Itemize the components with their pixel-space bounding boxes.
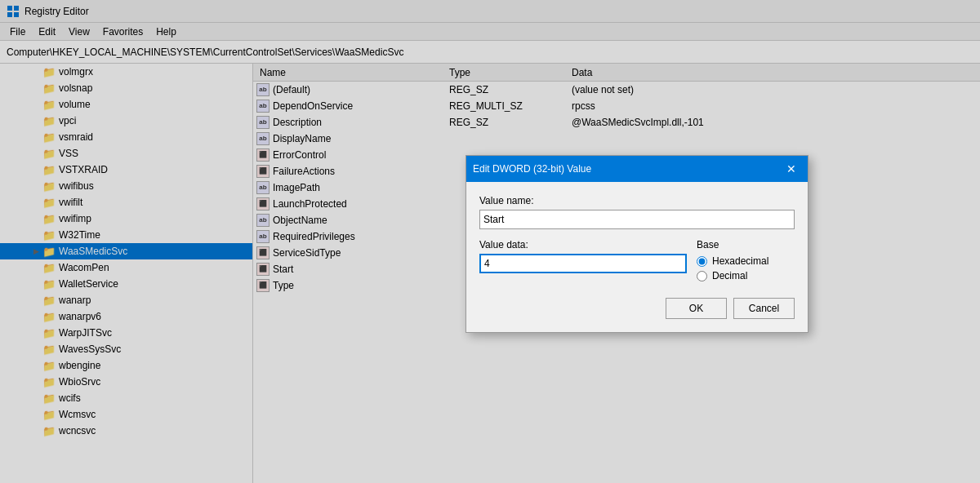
folder-icon: 📁 [42,148,56,160]
tree-label: WbioSrvc [59,376,100,388]
tree-item[interactable]: 📁VSTXRAID [0,162,252,178]
value-name-text: DisplayName [273,133,331,144]
folder-icon: 📁 [42,295,56,307]
table-row[interactable]: abDisplayName [253,131,980,147]
tree-item[interactable]: 📁VSS [0,145,252,162]
tree-expander [29,212,42,225]
tree-expander [29,424,42,437]
value-name-text: FailureActions [273,166,335,177]
tree-item[interactable]: 📁wcncsvc [0,423,252,439]
radio-hexadecimal[interactable]: Hexadecimal [697,255,795,267]
tree-item[interactable]: 📁WavesSysSvc [0,341,252,357]
tree-expander[interactable]: ▶ [29,245,42,258]
tree-label: volsnap [59,82,92,94]
tree-label: wcifs [59,392,81,404]
tree-item[interactable]: 📁WarpJITSvc [0,325,252,341]
tree-item[interactable]: 📁wbengine [0,357,252,374]
tree-panel[interactable]: 📁volmgrx📁volsnap📁volume📁vpci📁vsmraid📁VSS… [0,64,253,483]
cancel-button[interactable]: Cancel [733,298,795,319]
menu-help[interactable]: Help [149,24,183,39]
modal-close-button[interactable]: ✕ [782,159,801,179]
registry-icon: ab [256,132,270,145]
tree-item[interactable]: 📁vwifibus [0,178,252,194]
value-name-cell: abDescription [253,116,449,129]
tree-item[interactable]: 📁W32Time [0,227,252,243]
registry-icon: ab [256,100,270,113]
tree-item[interactable]: 📁Wcmsvc [0,406,252,423]
value-type-cell: REG_MULTI_SZ [449,100,572,112]
table-row[interactable]: abDependOnServiceREG_MULTI_SZrpcss [253,98,980,114]
menu-file[interactable]: File [3,24,32,39]
tree-expander [29,392,42,405]
address-path: Computer\HKEY_LOCAL_MACHINE\SYSTEM\Curre… [7,47,403,58]
tree-expander [29,147,42,160]
value-name-cell: abDependOnService [253,100,449,113]
tree-label: wcncsvc [59,425,96,436]
tree-expander [29,408,42,421]
radio-decimal[interactable]: Decimal [697,270,795,281]
tree-expander [29,82,42,95]
registry-icon: ab [256,83,270,96]
radio-dec-label: Decimal [712,270,747,281]
radio-dec-input[interactable] [697,271,707,281]
folder-icon: 📁 [42,376,56,388]
tree-expander [29,114,42,127]
tree-item[interactable]: 📁vwifilt [0,194,252,210]
app-icon [7,5,20,18]
folder-icon: 📁 [42,360,56,372]
svg-rect-3 [14,12,19,17]
registry-icon: ⬛ [256,165,270,178]
tree-expander [29,196,42,209]
value-data-input[interactable] [479,254,687,273]
folder-icon: 📁 [42,392,56,405]
registry-icon: ⬛ [256,148,270,162]
tree-item[interactable]: ▶📁WaaSMedicSvc [0,243,252,259]
modal-title: Edit DWORD (32-bit) Value [473,163,591,175]
menu-edit[interactable]: Edit [32,24,62,39]
tree-expander [29,294,42,307]
folder-icon: 📁 [42,343,56,356]
value-name-cell: ⬛ServiceSidType [253,246,449,259]
tree-label: WarpJITSvc [59,327,112,339]
folder-icon: 📁 [42,180,56,193]
value-name-cell: abRequiredPrivileges [253,230,449,243]
table-row[interactable]: ab(Default)REG_SZ(value not set) [253,82,980,98]
tree-label: WacomPen [59,262,109,273]
value-data-cell: @WaaSMedicSvcImpl.dll,-101 [572,117,980,128]
folder-icon: 📁 [42,262,56,274]
svg-rect-2 [7,12,12,17]
value-name-input[interactable] [479,210,795,229]
folder-icon: 📁 [42,311,56,323]
value-name-text: Start [273,264,293,275]
tree-item[interactable]: 📁wanarpv6 [0,308,252,325]
tree-item[interactable]: 📁volume [0,96,252,113]
tree-item[interactable]: 📁volmgrx [0,64,252,80]
tree-item[interactable]: 📁WalletService [0,276,252,292]
menu-favorites[interactable]: Favorites [96,24,149,39]
folder-icon: 📁 [42,278,56,290]
tree-item[interactable]: 📁volsnap [0,80,252,96]
tree-item[interactable]: 📁vsmraid [0,129,252,145]
table-row[interactable]: abDescriptionREG_SZ@WaaSMedicSvcImpl.dll… [253,114,980,131]
menu-view[interactable]: View [62,24,96,39]
radio-hex-input[interactable] [697,256,707,267]
folder-icon: 📁 [42,425,56,437]
tree-item[interactable]: 📁WacomPen [0,259,252,276]
value-name-cell: ⬛LaunchProtected [253,197,449,210]
col-header-name: Name [253,67,449,78]
tree-item[interactable]: 📁wanarp [0,292,252,308]
value-data-label: Value data: [479,239,687,250]
value-type-cell: REG_SZ [449,84,572,95]
tree-expander [29,261,42,274]
tree-item[interactable]: 📁vpci [0,113,252,129]
registry-icon: ⬛ [256,279,270,292]
folder-icon: 📁 [42,82,56,95]
ok-button[interactable]: OK [666,298,727,319]
modal-titlebar: Edit DWORD (32-bit) Value ✕ [466,156,808,182]
tree-item[interactable]: 📁WbioSrvc [0,374,252,390]
folder-icon: 📁 [42,327,56,339]
tree-label: WaaSMedicSvc [59,246,127,257]
col-header-data: Data [572,67,980,78]
tree-item[interactable]: 📁wcifs [0,390,252,406]
tree-item[interactable]: 📁vwifimp [0,210,252,227]
